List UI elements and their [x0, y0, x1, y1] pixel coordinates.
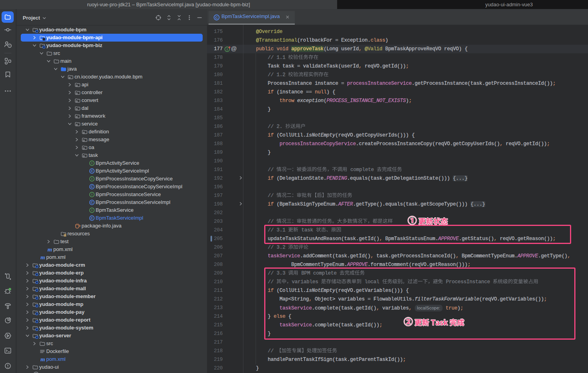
svg-text:C: C: [91, 169, 93, 173]
svg-text:C: C: [91, 216, 93, 220]
svg-text:m: m: [40, 254, 45, 260]
svg-text:?: ?: [9, 44, 10, 47]
svg-text:I: I: [91, 161, 92, 165]
svg-text:I: I: [91, 208, 92, 212]
svg-text:I: I: [91, 193, 92, 197]
svg-text:C: C: [91, 200, 93, 204]
svg-text:m: m: [47, 246, 52, 253]
svg-text:C: C: [215, 15, 218, 20]
svg-text:m: m: [40, 356, 45, 362]
svg-text:I: I: [227, 47, 228, 51]
svg-text:C: C: [91, 185, 93, 189]
svg-text:I: I: [91, 177, 92, 181]
